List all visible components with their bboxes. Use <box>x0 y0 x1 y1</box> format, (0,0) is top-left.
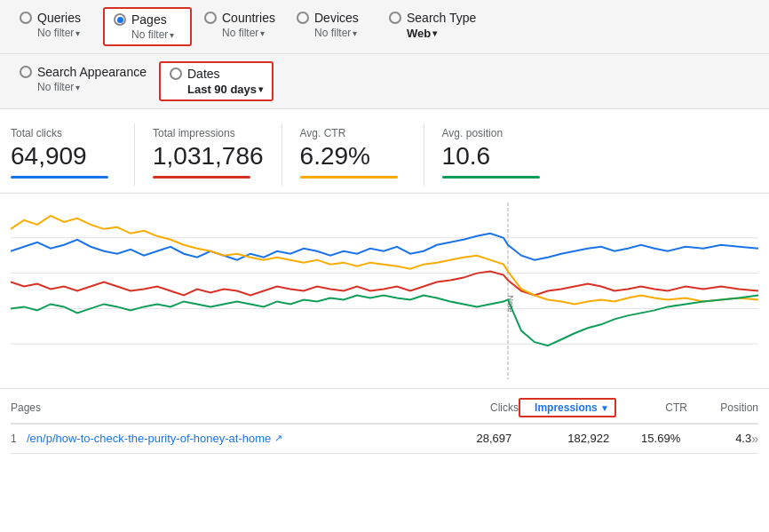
metric-clicks-bar <box>11 176 108 179</box>
queries-arrow-icon: ▾ <box>75 28 80 38</box>
filter-devices-label: Devices <box>314 11 359 25</box>
radio-pages-dot <box>117 17 123 23</box>
row-expand-icon[interactable]: » <box>751 432 758 446</box>
search-appearance-arrow-icon: ▾ <box>75 83 80 92</box>
metric-impressions-label: Total impressions <box>153 127 264 139</box>
col-header-pages: Pages <box>11 401 448 414</box>
metric-position-label: Avg. position <box>442 127 549 139</box>
filter-dates-label: Dates <box>187 67 220 81</box>
radio-search-type <box>389 12 401 24</box>
table-header: Pages Clicks Impressions ▼ CTR Position <box>11 389 758 425</box>
pages-arrow-icon: ▾ <box>170 30 174 40</box>
filter-pages-value[interactable]: No filter ▾ <box>131 28 174 41</box>
metric-ctr-value: 6.29% <box>300 143 406 171</box>
filter-countries-value[interactable]: No filter ▾ <box>222 27 265 39</box>
chart-area: Note <box>0 194 769 389</box>
filter-pages[interactable]: Pages No filter ▾ <box>103 7 192 46</box>
metric-position[interactable]: Avg. position 10.6 <box>442 123 567 186</box>
countries-arrow-icon: ▾ <box>260 28 265 38</box>
filter-queries-value[interactable]: No filter ▾ <box>37 27 80 39</box>
external-link-icon: ↗ <box>274 433 282 444</box>
table-section: Pages Clicks Impressions ▼ CTR Position … <box>0 389 769 454</box>
metric-position-value: 10.6 <box>442 143 549 171</box>
filter-devices-value[interactable]: No filter ▾ <box>314 27 357 39</box>
filter-search-appearance-value[interactable]: No filter ▾ <box>37 81 80 93</box>
table-row: 1 /en/p/how-to-check-the-purity-of-honey… <box>11 425 758 454</box>
filter-search-type-label: Search Type <box>407 11 476 25</box>
metrics-row: Total clicks 64,909 Total impressions 1,… <box>0 109 769 194</box>
dates-arrow-icon: ▾ <box>258 84 263 94</box>
row-number: 1 <box>11 433 27 445</box>
metric-position-bar <box>442 176 540 179</box>
metric-impressions-bar <box>153 176 250 179</box>
radio-dates <box>170 67 182 80</box>
chart-svg: Note <box>11 202 758 379</box>
metric-impressions-value: 1,031,786 <box>153 143 264 171</box>
filter-pages-label: Pages <box>131 12 167 27</box>
filter-countries[interactable]: Countries No filter ▾ <box>195 7 284 43</box>
filter-row-2: Search Appearance No filter ▾ Dates Last… <box>0 54 769 109</box>
search-type-arrow-icon: ▾ <box>432 28 437 38</box>
filter-search-appearance[interactable]: Search Appearance No filter ▾ <box>11 61 155 97</box>
row-url-link[interactable]: /en/p/how-to-check-the-purity-of-honey-a… <box>27 432 440 445</box>
metric-ctr-bar <box>300 176 398 179</box>
row-clicks: 28,697 <box>440 432 511 445</box>
col-header-position[interactable]: Position <box>687 401 758 414</box>
col-header-ctr[interactable]: CTR <box>616 401 687 414</box>
metric-impressions[interactable]: Total impressions 1,031,786 <box>153 123 282 186</box>
filter-row-1: Queries No filter ▾ Pages No filter ▾ Co… <box>0 0 769 54</box>
radio-devices <box>297 12 309 24</box>
sort-arrow-icon: ▼ <box>600 403 609 413</box>
row-ctr: 15.69% <box>609 432 680 445</box>
metric-ctr-label: Avg. CTR <box>300 127 406 139</box>
metric-ctr[interactable]: Avg. CTR 6.29% <box>300 123 424 186</box>
col-header-clicks[interactable]: Clicks <box>448 401 519 414</box>
metric-clicks-value: 64,909 <box>11 143 116 171</box>
col-header-impressions[interactable]: Impressions ▼ <box>519 398 616 417</box>
filter-devices[interactable]: Devices No filter ▾ <box>288 7 377 43</box>
row-impressions: 182,922 <box>511 432 609 445</box>
filter-search-appearance-label: Search Appearance <box>37 65 147 79</box>
filter-dates-value[interactable]: Last 90 days ▾ <box>187 83 263 96</box>
filter-countries-label: Countries <box>222 11 275 25</box>
devices-arrow-icon: ▾ <box>353 28 357 38</box>
filter-dates[interactable]: Dates Last 90 days ▾ <box>159 61 274 101</box>
radio-pages <box>114 13 126 26</box>
row-position: 4.3 <box>680 432 751 445</box>
radio-queries <box>20 12 32 24</box>
radio-countries <box>204 12 217 24</box>
metric-clicks[interactable]: Total clicks 64,909 <box>11 123 135 186</box>
filter-search-type-value[interactable]: Web ▾ <box>407 27 437 40</box>
metric-clicks-label: Total clicks <box>11 127 116 139</box>
filter-queries-label: Queries <box>37 11 81 25</box>
radio-search-appearance <box>20 66 32 78</box>
filter-queries[interactable]: Queries No filter ▾ <box>11 7 99 43</box>
filter-search-type[interactable]: Search Type Web ▾ <box>380 7 485 44</box>
